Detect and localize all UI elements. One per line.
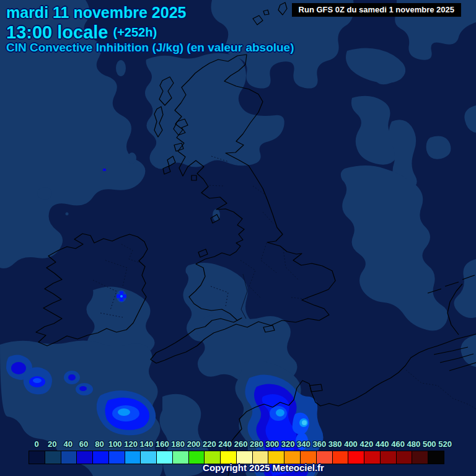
colorbar-tick-label: 140 xyxy=(140,439,154,449)
forecast-offset-label: (+252h) xyxy=(113,25,157,39)
colorbar-tick-label: 40 xyxy=(63,439,72,449)
colorbar-cell xyxy=(397,451,413,464)
colorbar-cell xyxy=(348,451,364,464)
colorbar-tick-label: 320 xyxy=(281,439,295,449)
colorbar-cell xyxy=(45,451,61,464)
copyright-text: Copyright 2025 Meteociel.fr xyxy=(56,462,471,473)
colorbar-tick-label: 200 xyxy=(187,439,201,449)
colorbar-cell xyxy=(268,451,284,464)
colorbar-cell xyxy=(221,451,237,464)
colorbar-tick-label: 480 xyxy=(407,439,421,449)
model-run-info-box: Run GFS 0Z du samedi 1 novembre 2025 xyxy=(292,3,461,17)
colorbar-tick-label: 460 xyxy=(391,439,405,449)
colorbar-tick-label: 280 xyxy=(250,439,263,449)
colorbar-tick-label: 60 xyxy=(79,439,88,449)
parameter-subtitle: CIN Convective Inhibition (J/kg) (en val… xyxy=(6,41,294,55)
colorbar-cell xyxy=(125,451,141,464)
colorbar-tick-label: 400 xyxy=(344,439,358,449)
colorbar-tick-label: 240 xyxy=(218,439,232,449)
colorbar-tick-row: 0204060801001201401601802002202402602803… xyxy=(0,439,476,450)
colorbar-cell xyxy=(109,451,125,464)
colorbar-cell xyxy=(301,451,317,464)
colorbar-cell xyxy=(333,451,349,464)
colorbar-cell xyxy=(141,451,157,464)
colorbar-tick-label: 340 xyxy=(297,439,311,449)
header: mardi 11 novembre 2025 13:00 locale (+25… xyxy=(6,4,186,43)
colorbar-cell xyxy=(284,451,301,464)
colorbar-cell xyxy=(173,451,189,464)
colorbar-cell xyxy=(253,451,269,464)
colorbar-tick-label: 360 xyxy=(312,439,326,449)
colorbar-tick-label: 160 xyxy=(156,439,169,449)
date-title: mardi 11 novembre 2025 xyxy=(6,4,186,22)
colorbar-cell xyxy=(61,451,77,464)
colorbar-cell xyxy=(157,451,173,464)
colorbar-tick-label: 260 xyxy=(234,439,248,449)
colorbar-tick-label: 300 xyxy=(265,439,279,449)
colorbar-tick-label: 0 xyxy=(34,439,38,449)
colorbar-cell xyxy=(412,451,428,464)
weather-map-page: mardi 11 novembre 2025 13:00 locale (+25… xyxy=(0,0,476,476)
colorbar-tick-label: 20 xyxy=(48,439,56,449)
colorbar-tick-label: 440 xyxy=(376,439,389,449)
colorbar-tick-label: 120 xyxy=(124,439,138,449)
cin-high-spot-ireland xyxy=(117,290,126,302)
colorbar-cell xyxy=(364,451,381,464)
colorbar-tick-label: 520 xyxy=(438,439,452,449)
colorbar-cell xyxy=(205,451,221,464)
colorbar-cell xyxy=(237,451,253,464)
colorbar-tick-label: 420 xyxy=(359,439,373,449)
map-canvas xyxy=(0,0,476,476)
colorbar-tick-label: 100 xyxy=(108,439,122,449)
colorbar-tick-label: 180 xyxy=(171,439,185,449)
colorbar-cell xyxy=(29,451,45,464)
colorbar-tick-label: 220 xyxy=(203,439,216,449)
colorbar-tick-label: 500 xyxy=(423,439,436,449)
colorbar-cell xyxy=(317,451,333,464)
colorbar-cell xyxy=(77,451,93,464)
colorbar-tick-label: 80 xyxy=(95,439,104,449)
colorbar-cell xyxy=(189,451,205,464)
colorbar-cell xyxy=(381,451,397,464)
colorbar-cell xyxy=(428,451,444,464)
colorbar-cell xyxy=(93,451,109,464)
time-title: 13:00 locale (+252h) xyxy=(6,22,186,43)
local-time-label: 13:00 locale xyxy=(6,22,108,42)
colorbar-tick-label: 380 xyxy=(328,439,342,449)
